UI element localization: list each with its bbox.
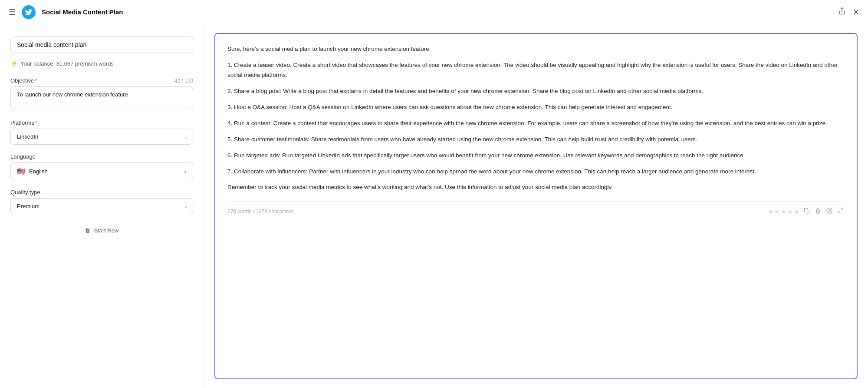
lightning-icon: ⚡ xyxy=(10,60,18,67)
svg-line-2 xyxy=(841,209,843,210)
objective-field-group: Objective* 42 / 100 To launch our new ch… xyxy=(10,77,193,111)
objective-char-count: 42 / 100 xyxy=(174,78,193,84)
objective-textarea[interactable]: To launch our new chrome extension featu… xyxy=(10,86,193,109)
platforms-required: * xyxy=(35,119,37,126)
language-select[interactable]: 🇺🇸 English ▾ xyxy=(10,162,193,180)
result-item: 1. Create a teaser video: Create a short… xyxy=(227,60,845,80)
platforms-label: Platforms* xyxy=(10,119,37,126)
quality-select[interactable]: Premium Standard xyxy=(10,198,193,214)
quality-label-row: Quality type xyxy=(10,189,193,196)
star-1[interactable]: ★ xyxy=(768,208,773,215)
result-outro: Remember to track your social media metr… xyxy=(227,182,845,192)
result-text: Sure, here's a social media plan to laun… xyxy=(227,44,845,192)
main-layout: ⚡ Your balance: 81,067 premium words Obj… xyxy=(0,24,868,388)
app-header: ☰ Social Media Content Plan ✕ xyxy=(0,0,868,24)
delete-icon[interactable] xyxy=(814,207,822,216)
objective-label: Objective* xyxy=(10,77,37,84)
right-panel: Sure, here's a social media plan to laun… xyxy=(204,24,868,388)
close-icon[interactable]: ✕ xyxy=(853,7,859,17)
result-item: 2. Share a blog post: Write a blog post … xyxy=(227,86,845,96)
objective-label-row: Objective* 42 / 100 xyxy=(10,77,193,84)
expand-icon[interactable] xyxy=(837,207,845,216)
header-right: ✕ xyxy=(838,7,859,17)
result-item: 5. Share customer testimonials: Share te… xyxy=(227,135,845,145)
star-2[interactable]: ★ xyxy=(774,208,780,215)
trash-icon: 🗑 xyxy=(85,227,90,234)
result-item: 7. Collaborate with influencers: Partner… xyxy=(227,167,845,177)
result-item: 3. Host a Q&A session: Host a Q&A sessio… xyxy=(227,103,845,113)
star-5[interactable]: ★ xyxy=(794,208,799,215)
result-card: Sure, here's a social media plan to laun… xyxy=(214,33,858,379)
result-intro: Sure, here's a social media plan to laun… xyxy=(227,44,845,54)
twitter-logo xyxy=(22,5,36,19)
result-item: 4. Run a contest: Create a contest that … xyxy=(227,119,845,129)
tool-name-input[interactable] xyxy=(10,36,193,53)
app-title: Social Media Content Plan xyxy=(42,8,123,16)
left-panel: ⚡ Your balance: 81,067 premium words Obj… xyxy=(0,24,204,388)
copy-icon[interactable] xyxy=(803,207,811,216)
platforms-label-row: Platforms* xyxy=(10,119,193,126)
balance-row: ⚡ Your balance: 81,067 premium words xyxy=(10,60,193,67)
platforms-select-wrapper: LinkedIn Twitter Facebook Instagram ⌄ xyxy=(10,129,193,145)
result-items: 1. Create a teaser video: Create a short… xyxy=(227,60,845,177)
star-3[interactable]: ★ xyxy=(781,208,786,215)
result-actions: ★ ★ ★ ★ ★ xyxy=(768,207,845,216)
star-4[interactable]: ★ xyxy=(787,208,793,215)
language-label-row: Language xyxy=(10,153,193,160)
edit-icon[interactable] xyxy=(825,207,833,216)
language-flag: 🇺🇸 xyxy=(17,167,26,176)
share-icon[interactable] xyxy=(838,7,846,17)
result-stats: 278 words / 1378 characters xyxy=(227,209,293,215)
platforms-select[interactable]: LinkedIn Twitter Facebook Instagram xyxy=(10,129,193,145)
menu-icon[interactable]: ☰ xyxy=(9,7,16,17)
language-field-group: Language 🇺🇸 English ▾ xyxy=(10,153,193,180)
balance-label: Your balance: 81,067 premium words xyxy=(20,60,114,67)
language-value: English xyxy=(29,168,181,175)
result-footer: 278 words / 1378 characters ★ ★ ★ ★ ★ xyxy=(227,201,845,216)
language-arrow: ▾ xyxy=(184,169,187,175)
quality-label: Quality type xyxy=(10,189,40,196)
svg-line-3 xyxy=(838,212,840,213)
language-label: Language xyxy=(10,153,36,160)
objective-required: * xyxy=(35,77,37,84)
quality-select-wrapper: Premium Standard ⌄ xyxy=(10,198,193,214)
svg-rect-1 xyxy=(806,210,809,214)
quality-field-group: Quality type Premium Standard ⌄ xyxy=(10,189,193,214)
platforms-field-group: Platforms* LinkedIn Twitter Facebook Ins… xyxy=(10,119,193,145)
star-rating: ★ ★ ★ ★ ★ xyxy=(768,208,799,215)
start-new-label: Start New xyxy=(94,227,118,234)
start-new-button[interactable]: 🗑 Start New xyxy=(76,223,127,238)
header-left: ☰ Social Media Content Plan xyxy=(9,5,123,19)
result-item: 6. Run targeted ads: Run targeted Linked… xyxy=(227,151,845,161)
